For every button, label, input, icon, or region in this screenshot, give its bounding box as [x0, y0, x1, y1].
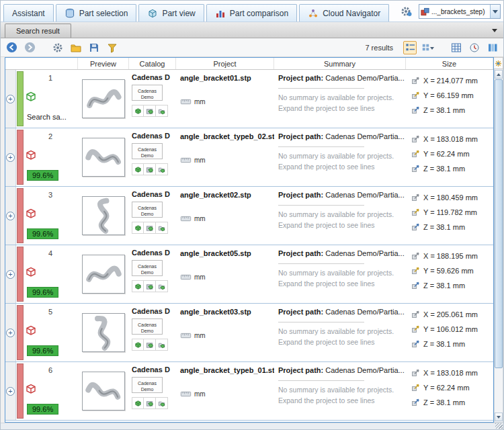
resize-grip[interactable]: [495, 423, 503, 429]
match-indicator-bar: [17, 188, 24, 243]
result-row[interactable]: + 3 99.6% Cadenas D Cadenas Demo: [5, 187, 493, 245]
expand-row-button[interactable]: +: [6, 270, 15, 279]
catalog-cube-icon[interactable]: [132, 164, 144, 175]
tab-part-comparison[interactable]: Part comparison: [206, 4, 297, 22]
expand-row-button[interactable]: +: [6, 153, 15, 162]
part-thumbnail[interactable]: [82, 372, 125, 411]
unit-label: mm: [194, 98, 206, 105]
expand-row-button[interactable]: +: [6, 387, 15, 396]
catalog-cube-icon[interactable]: [156, 398, 167, 408]
scrollbar-thumb[interactable]: [495, 79, 503, 368]
tab-part-view-label: Part view: [162, 9, 195, 18]
catalog-cube-icon[interactable]: [144, 164, 155, 175]
row-number: 2: [26, 132, 75, 140]
summary-note-1: No summary is available for projects.: [278, 209, 403, 220]
catalog-cube-icon[interactable]: [156, 281, 167, 292]
catalog-cube-icon[interactable]: [132, 105, 144, 116]
result-row[interactable]: + 1 Search sa... Cadenas D Cadenas Demo: [5, 70, 493, 128]
unit-label: mm: [194, 273, 206, 281]
tab-list-menu-button[interactable]: [489, 24, 501, 36]
column-header-project[interactable]: Project: [176, 58, 274, 69]
size-y-line: Y = 106.012 mm: [411, 325, 492, 333]
catalog-cube-icon[interactable]: [144, 105, 155, 116]
filter-funnel-icon[interactable]: [106, 41, 119, 54]
catalog-logo-badge: Cadenas Demo: [132, 377, 163, 393]
summary-divider: [278, 205, 364, 206]
summary-cell: Project path: Cadenas Demo/Partia... No …: [274, 70, 406, 128]
scroll-up-button[interactable]: [495, 70, 503, 79]
project-filename: angle_bracket_typeb_01.stp: [180, 366, 273, 374]
result-row[interactable]: + 2 99.6% Cadenas D Cadenas Demo: [5, 128, 493, 187]
column-header-size[interactable]: Size: [406, 58, 493, 69]
results-toolbar: 7 results: [1, 38, 503, 57]
catalog-cube-icon[interactable]: [156, 105, 167, 116]
part-thumbnail[interactable]: [82, 79, 125, 118]
summary-divider: [278, 88, 364, 89]
back-button[interactable]: [5, 41, 18, 54]
summary-note-2: Expand the project to see lines: [278, 278, 403, 289]
favorites-folder-icon[interactable]: [69, 41, 83, 54]
table-view-button[interactable]: [450, 41, 463, 54]
catalog-cube-icon[interactable]: [156, 339, 167, 350]
catalog-cube-icon[interactable]: [144, 281, 155, 292]
result-row[interactable]: + 6 99.6% Cadenas D Cadenas Demo: [5, 362, 493, 421]
result-row[interactable]: + 4 99.6% Cadenas D Cadenas Demo: [5, 245, 493, 304]
tab-part-view[interactable]: Part view: [138, 4, 204, 22]
tab-search-result[interactable]: Search result: [5, 24, 71, 38]
expand-row-button[interactable]: +: [6, 329, 15, 337]
scroll-down-button[interactable]: [495, 413, 503, 421]
size-z-value: Z = 38.1 mm: [423, 106, 465, 114]
list-view-button[interactable]: [403, 41, 417, 54]
tab-cloud-navigator[interactable]: Cloud Navigator: [299, 4, 389, 22]
search-settings-gear-icon[interactable]: [51, 41, 65, 54]
save-search-icon[interactable]: [87, 41, 101, 54]
catalog-cube-icon[interactable]: [132, 398, 144, 408]
column-header-preview[interactable]: Preview: [78, 58, 129, 69]
tab-part-selection[interactable]: Part selection: [56, 4, 137, 22]
catalog-cube-icon[interactable]: [156, 164, 167, 175]
catalog-logo-badge: Cadenas Demo: [132, 85, 163, 101]
thumbnail-view-caret-icon[interactable]: [430, 47, 434, 52]
session-combobox[interactable]: ..._brackets_step): [419, 4, 501, 19]
part-thumbnail[interactable]: [82, 138, 125, 177]
columns-button[interactable]: [486, 41, 499, 54]
column-header-status[interactable]: [5, 58, 78, 69]
column-header-catalog[interactable]: Catalog: [129, 58, 176, 69]
customize-columns-button[interactable]: [494, 57, 503, 69]
column-header-summary[interactable]: Summary: [274, 58, 406, 69]
catalog-cube-icon[interactable]: [132, 281, 144, 292]
expand-row-button[interactable]: +: [6, 95, 15, 103]
project-cell: angle_bracket_typeb_02.stp mm: [176, 128, 274, 186]
project-path-label: Project path:: [278, 366, 323, 374]
axis-z-icon: [411, 222, 420, 231]
catalog-cube-icon[interactable]: [132, 222, 144, 233]
chevron-down-icon[interactable]: [490, 5, 500, 18]
expand-cell: +: [5, 362, 16, 420]
size-z-value: Z = 38.1 mm: [423, 340, 465, 348]
size-x-line: X = 183.018 mm: [411, 134, 492, 143]
catalog-cube-icon[interactable]: [156, 222, 167, 233]
vertical-scrollbar[interactable]: [494, 69, 503, 423]
unit-label: mm: [194, 215, 206, 222]
project-path-label: Project path:: [278, 191, 323, 199]
match-cell: 4 99.6%: [16, 245, 78, 303]
part-type-cube-icon: [24, 265, 38, 280]
thumbnail-view-button[interactable]: [421, 41, 435, 54]
tab-assistant[interactable]: Assistant: [3, 4, 54, 22]
catalog-cube-icon[interactable]: [132, 339, 144, 350]
part-thumbnail[interactable]: [82, 255, 125, 294]
size-x-value: X = 180.459 mm: [423, 194, 478, 202]
part-thumbnail[interactable]: [82, 313, 125, 352]
catalog-cube-icon[interactable]: [144, 398, 155, 408]
preview-cell: [78, 70, 129, 128]
history-clock-button[interactable]: [468, 41, 481, 54]
catalog-cube-icon[interactable]: [144, 339, 155, 350]
ruler-icon: [180, 274, 192, 280]
result-row[interactable]: + 5 99.6% Cadenas D Cadenas Demo: [5, 304, 493, 362]
forward-button[interactable]: [23, 41, 36, 54]
expand-row-button[interactable]: +: [6, 212, 15, 220]
part-thumbnail[interactable]: [82, 196, 125, 235]
catalog-cube-icon[interactable]: [144, 222, 155, 233]
session-settings-icon[interactable]: [399, 4, 414, 19]
match-percentage-badge: 99.6%: [27, 287, 58, 298]
